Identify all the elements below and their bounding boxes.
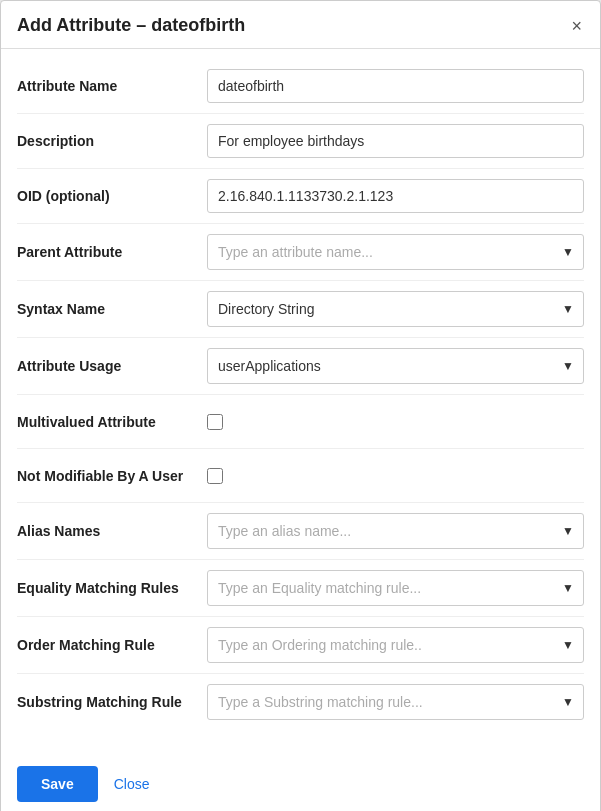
equality-matching-row: Equality Matching Rules Type an Equality… bbox=[17, 560, 584, 617]
attribute-usage-chevron-icon: ▼ bbox=[562, 359, 574, 373]
alias-names-placeholder: Type an alias name... bbox=[218, 523, 351, 539]
substring-matching-control: Type a Substring matching rule... ▼ bbox=[207, 684, 584, 720]
parent-attribute-select[interactable]: Type an attribute name... ▼ bbox=[207, 234, 584, 270]
syntax-name-chevron-icon: ▼ bbox=[562, 302, 574, 316]
attribute-usage-control: userApplications ▼ bbox=[207, 348, 584, 384]
description-label: Description bbox=[17, 133, 207, 149]
multivalued-checkbox[interactable] bbox=[207, 414, 223, 430]
alias-names-label: Alias Names bbox=[17, 523, 207, 539]
not-modifiable-row: Not Modifiable By A User bbox=[17, 449, 584, 503]
multivalued-row: Multivalued Attribute bbox=[17, 395, 584, 449]
parent-attribute-chevron-icon: ▼ bbox=[562, 245, 574, 259]
dialog-title: Add Attribute – dateofbirth bbox=[17, 15, 245, 36]
attribute-name-row: Attribute Name bbox=[17, 59, 584, 114]
attribute-name-control bbox=[207, 69, 584, 103]
substring-matching-select[interactable]: Type a Substring matching rule... ▼ bbox=[207, 684, 584, 720]
dialog-body: Attribute Name Description OID (optional… bbox=[1, 49, 600, 750]
oid-row: OID (optional) bbox=[17, 169, 584, 224]
multivalued-label: Multivalued Attribute bbox=[17, 414, 207, 430]
attribute-usage-select[interactable]: userApplications ▼ bbox=[207, 348, 584, 384]
attribute-usage-value: userApplications bbox=[218, 358, 321, 374]
equality-matching-control: Type an Equality matching rule... ▼ bbox=[207, 570, 584, 606]
syntax-name-label: Syntax Name bbox=[17, 301, 207, 317]
equality-matching-select[interactable]: Type an Equality matching rule... ▼ bbox=[207, 570, 584, 606]
not-modifiable-control bbox=[207, 468, 584, 484]
order-matching-select-wrapper[interactable]: Type an Ordering matching rule.. ▼ bbox=[207, 627, 584, 663]
alias-names-select-wrapper[interactable]: Type an alias name... ▼ bbox=[207, 513, 584, 549]
alias-names-row: Alias Names Type an alias name... ▼ bbox=[17, 503, 584, 560]
substring-matching-label: Substring Matching Rule bbox=[17, 694, 207, 710]
order-matching-select[interactable]: Type an Ordering matching rule.. ▼ bbox=[207, 627, 584, 663]
save-button[interactable]: Save bbox=[17, 766, 98, 802]
parent-attribute-label: Parent Attribute bbox=[17, 244, 207, 260]
description-control bbox=[207, 124, 584, 158]
oid-input[interactable] bbox=[207, 179, 584, 213]
attribute-name-input[interactable] bbox=[207, 69, 584, 103]
syntax-name-row: Syntax Name Directory String ▼ bbox=[17, 281, 584, 338]
not-modifiable-checkbox[interactable] bbox=[207, 468, 223, 484]
oid-label: OID (optional) bbox=[17, 188, 207, 204]
dialog-footer: Save Close bbox=[1, 750, 600, 811]
syntax-name-value: Directory String bbox=[218, 301, 314, 317]
description-input[interactable] bbox=[207, 124, 584, 158]
equality-matching-label: Equality Matching Rules bbox=[17, 580, 207, 596]
parent-attribute-control: Type an attribute name... ▼ bbox=[207, 234, 584, 270]
equality-matching-placeholder: Type an Equality matching rule... bbox=[218, 580, 421, 596]
close-button[interactable]: Close bbox=[114, 776, 150, 792]
multivalued-control bbox=[207, 414, 584, 430]
dialog-header: Add Attribute – dateofbirth × bbox=[1, 1, 600, 49]
syntax-name-select-wrapper[interactable]: Directory String ▼ bbox=[207, 291, 584, 327]
attribute-name-label: Attribute Name bbox=[17, 78, 207, 94]
not-modifiable-checkbox-wrapper bbox=[207, 468, 584, 484]
oid-control bbox=[207, 179, 584, 213]
substring-matching-placeholder: Type a Substring matching rule... bbox=[218, 694, 423, 710]
parent-attribute-select-wrapper[interactable]: Type an attribute name... ▼ bbox=[207, 234, 584, 270]
not-modifiable-label: Not Modifiable By A User bbox=[17, 468, 207, 484]
substring-matching-select-wrapper[interactable]: Type a Substring matching rule... ▼ bbox=[207, 684, 584, 720]
alias-names-control: Type an alias name... ▼ bbox=[207, 513, 584, 549]
description-row: Description bbox=[17, 114, 584, 169]
order-matching-row: Order Matching Rule Type an Ordering mat… bbox=[17, 617, 584, 674]
attribute-usage-label: Attribute Usage bbox=[17, 358, 207, 374]
attribute-usage-row: Attribute Usage userApplications ▼ bbox=[17, 338, 584, 395]
attribute-usage-select-wrapper[interactable]: userApplications ▼ bbox=[207, 348, 584, 384]
order-matching-control: Type an Ordering matching rule.. ▼ bbox=[207, 627, 584, 663]
substring-matching-chevron-icon: ▼ bbox=[562, 695, 574, 709]
parent-attribute-row: Parent Attribute Type an attribute name.… bbox=[17, 224, 584, 281]
header-close-button[interactable]: × bbox=[569, 17, 584, 35]
alias-names-select[interactable]: Type an alias name... ▼ bbox=[207, 513, 584, 549]
alias-names-chevron-icon: ▼ bbox=[562, 524, 574, 538]
equality-matching-select-wrapper[interactable]: Type an Equality matching rule... ▼ bbox=[207, 570, 584, 606]
equality-matching-chevron-icon: ▼ bbox=[562, 581, 574, 595]
order-matching-chevron-icon: ▼ bbox=[562, 638, 574, 652]
multivalued-checkbox-wrapper bbox=[207, 414, 584, 430]
parent-attribute-placeholder: Type an attribute name... bbox=[218, 244, 373, 260]
substring-matching-row: Substring Matching Rule Type a Substring… bbox=[17, 674, 584, 730]
order-matching-label: Order Matching Rule bbox=[17, 637, 207, 653]
syntax-name-select[interactable]: Directory String ▼ bbox=[207, 291, 584, 327]
syntax-name-control: Directory String ▼ bbox=[207, 291, 584, 327]
order-matching-placeholder: Type an Ordering matching rule.. bbox=[218, 637, 422, 653]
add-attribute-dialog: Add Attribute – dateofbirth × Attribute … bbox=[0, 0, 601, 811]
